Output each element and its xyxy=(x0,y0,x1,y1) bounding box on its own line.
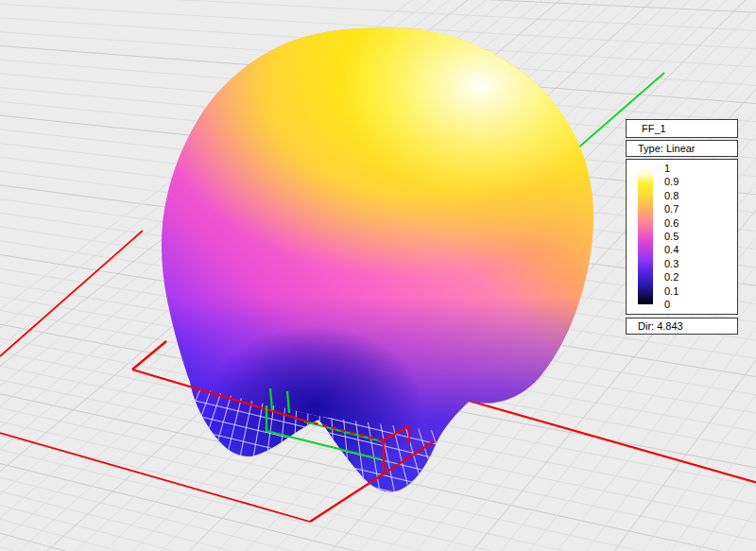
colorbar-tick: 0.1 xyxy=(664,286,702,297)
legend-directivity: Dir: 4.843 xyxy=(638,321,683,332)
colorbar-tick: 0.9 xyxy=(664,177,702,187)
legend-title: FF_1 xyxy=(642,124,666,134)
colorbar-tick: 0.6 xyxy=(664,218,702,229)
colorbar-tick: 0.4 xyxy=(664,245,702,255)
colorbar-tick: 1 xyxy=(664,164,702,174)
legend-type-box: Type: Linear xyxy=(626,140,738,157)
legend-directivity-box: Dir: 4.843 xyxy=(626,318,738,335)
colorbar-tick: 0 xyxy=(664,300,702,310)
colorbar-tick: 0.5 xyxy=(664,232,702,242)
colorbar-tick: 0.7 xyxy=(664,204,702,215)
legend-colorbar-box: 1 0.9 0.8 0.7 0.6 0.5 0.4 0.3 0.2 0.1 0 xyxy=(626,159,738,315)
legend-type-label: Type: Linear xyxy=(638,144,696,154)
application-viewport: FF_1 Type: Linear 1 0.9 0.8 0.7 0.6 0.5 … xyxy=(0,0,756,551)
colorbar-gradient xyxy=(638,168,653,304)
legend-title-box: FF_1 xyxy=(626,119,738,138)
colorbar-tick: 0.8 xyxy=(664,191,702,201)
colorbar-tick: 0.3 xyxy=(664,259,702,269)
colorbar-tick: 0.2 xyxy=(664,272,702,283)
